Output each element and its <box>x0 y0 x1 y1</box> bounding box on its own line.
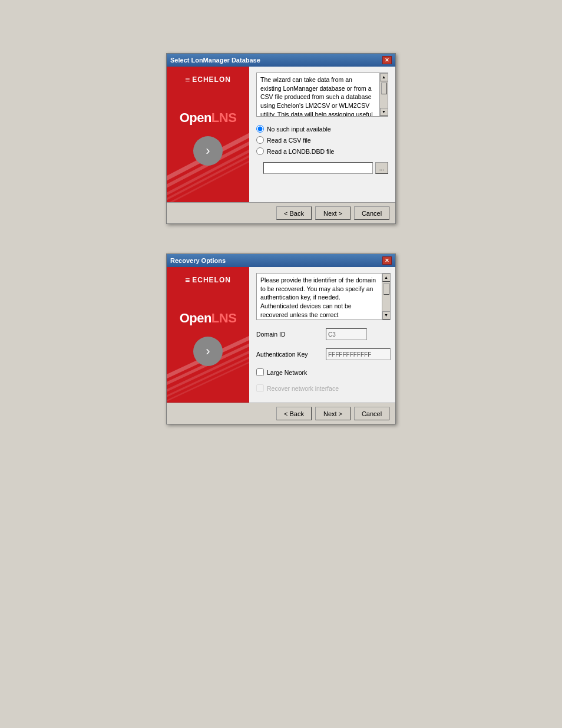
scroll-down-arrow[interactable]: ▼ <box>380 108 388 116</box>
dialog1-button-bar: < Back Next > Cancel <box>167 202 395 223</box>
arrow-circle: › <box>193 136 223 166</box>
dialog2-cancel-button[interactable]: Cancel <box>354 407 389 420</box>
dialog2-close-button[interactable]: ✕ <box>382 256 392 265</box>
echelon-icon: ≡ <box>185 75 190 84</box>
dialog1-close-button[interactable]: ✕ <box>382 56 392 64</box>
echelon-icon2: ≡ <box>185 275 190 285</box>
open-text: Open <box>180 110 211 125</box>
logo-background-svg <box>167 67 249 202</box>
large-network-label: Large Network <box>267 369 307 376</box>
recover-network-label: Recover network interface <box>267 385 339 392</box>
echelon-text: ECHELON <box>192 75 231 84</box>
auth-key-label: Authentication Key <box>256 351 321 358</box>
dialog2-description-container: Please provide the identifier of the dom… <box>256 273 391 320</box>
dialog1-cancel-button[interactable]: Cancel <box>354 206 389 220</box>
file-path-input[interactable] <box>263 162 373 174</box>
dialog1-scrollbar[interactable]: ▲ ▼ <box>379 73 388 116</box>
logo2-background-svg <box>167 267 249 403</box>
dialog2-titlebar: Recovery Options ✕ <box>167 254 395 267</box>
echelon-logo: ≡ ECHELON <box>185 75 231 84</box>
browse-button[interactable]: ... <box>375 162 388 174</box>
radio-item-no-input: No such input available <box>256 125 388 133</box>
open-text2: Open <box>180 311 211 325</box>
radio-londb-label: Read a LONDB.DBD file <box>267 148 334 155</box>
dialog1-file-input-row: ... <box>263 162 388 174</box>
recover-network-row: Recover network interface <box>256 384 391 392</box>
dialog2-body: ≡ ECHELON OpenLNS › Please provide the i… <box>167 267 395 403</box>
openlns-logo2: OpenLNS <box>180 311 237 326</box>
dialog2-back-button[interactable]: < Back <box>276 407 312 420</box>
dialog2-title: Recovery Options <box>170 257 226 264</box>
dialog2-description-text: Please provide the identifier of the dom… <box>260 276 376 320</box>
dialog1-radio-group: No such input available Read a CSV file … <box>256 125 388 155</box>
lns-text2: LNS <box>211 311 237 325</box>
radio-londb[interactable] <box>256 147 264 155</box>
dialog2-logo-panel: ≡ ECHELON OpenLNS › <box>167 267 249 403</box>
scroll-thumb[interactable] <box>381 83 387 94</box>
domain-id-input[interactable] <box>326 328 367 340</box>
large-network-checkbox[interactable] <box>256 368 264 376</box>
domain-id-label: Domain ID <box>256 331 321 338</box>
select-lonmanager-dialog: Select LonManager Database ✕ ≡ ECHELON O… <box>166 53 396 224</box>
scroll-up-arrow[interactable]: ▲ <box>380 73 388 81</box>
dialog2-next-button[interactable]: Next > <box>315 407 351 420</box>
radio-csv[interactable] <box>256 136 264 144</box>
radio-csv-label: Read a CSV file <box>267 137 311 144</box>
echelon-text2: ECHELON <box>192 276 231 284</box>
dialog1-logo-panel: ≡ ECHELON OpenLNS › <box>167 67 249 202</box>
dialog2-button-bar: < Back Next > Cancel <box>167 403 395 424</box>
recovery-options-dialog: Recovery Options ✕ ≡ ECHELON OpenLNS › <box>166 253 396 424</box>
echelon-logo2: ≡ ECHELON <box>185 275 231 285</box>
dialog1-title: Select LonManager Database <box>170 57 260 64</box>
dialog1-description-text: The wizard can take data from an existin… <box>260 76 372 117</box>
scroll2-down-arrow[interactable]: ▼ <box>382 311 391 319</box>
recover-network-checkbox[interactable] <box>256 384 264 392</box>
dialog1-back-button[interactable]: < Back <box>276 206 312 220</box>
auth-key-row: Authentication Key <box>256 348 391 360</box>
scroll2-thumb[interactable] <box>384 283 389 295</box>
radio-item-csv: Read a CSV file <box>256 136 388 144</box>
radio-item-londb: Read a LONDB.DBD file <box>256 147 388 155</box>
dialog1-body: ≡ ECHELON OpenLNS › The wizard can take … <box>167 67 395 202</box>
dialog1-titlebar: Select LonManager Database ✕ <box>167 54 395 67</box>
radio-no-input-label: No such input available <box>267 126 331 133</box>
dialog2-content-panel: Please provide the identifier of the dom… <box>249 267 398 403</box>
openlns-logo: OpenLNS <box>180 110 237 126</box>
dialog1-next-button[interactable]: Next > <box>315 206 351 220</box>
scroll2-up-arrow[interactable]: ▲ <box>382 274 391 282</box>
radio-no-input[interactable] <box>256 125 264 133</box>
arrow-circle2: › <box>193 337 223 366</box>
dialog1-content-panel: The wizard can take data from an existin… <box>249 67 395 202</box>
dialog2-scrollbar[interactable]: ▲ ▼ <box>382 274 390 319</box>
dialog1-description-container: The wizard can take data from an existin… <box>256 73 388 117</box>
auth-key-input[interactable] <box>326 348 391 360</box>
large-network-row: Large Network <box>256 368 391 376</box>
domain-id-row: Domain ID <box>256 328 391 340</box>
lns-text: LNS <box>211 110 237 125</box>
